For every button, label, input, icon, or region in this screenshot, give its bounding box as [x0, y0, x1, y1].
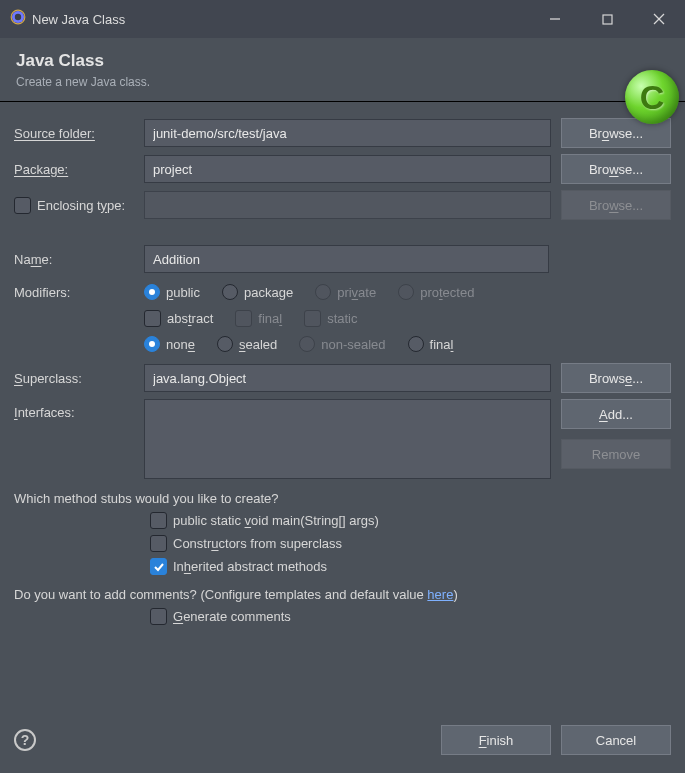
enclosing-type-input [144, 191, 551, 219]
svg-point-1 [15, 14, 21, 20]
help-button[interactable]: ? [14, 729, 36, 751]
checkbox-inherited-abstract[interactable]: Inherited abstract methods [150, 558, 671, 575]
window-title: New Java Class [26, 12, 529, 27]
radio-sealed-final[interactable]: final [408, 336, 454, 352]
maximize-button[interactable] [581, 0, 633, 38]
svg-rect-4 [603, 15, 612, 24]
modifiers-label: Modifiers: [14, 279, 134, 300]
checkbox-generate-comments[interactable]: Generate comments [150, 608, 671, 625]
package-input[interactable] [144, 155, 551, 183]
checkbox-main-method[interactable]: public static void main(String[] args) [150, 512, 671, 529]
radio-sealed[interactable]: sealed [217, 336, 277, 352]
sealed-radio-group: none sealed non-sealed final [144, 331, 671, 357]
checkbox-static: static [304, 310, 357, 327]
stubs-question: Which method stubs would you like to cre… [14, 491, 671, 506]
minimize-button[interactable] [529, 0, 581, 38]
interfaces-remove-button: Remove [561, 439, 671, 469]
interfaces-add-button[interactable]: Add... [561, 399, 671, 429]
dialog-body: Source folder: Browse... Package: Browse… [0, 102, 685, 625]
radio-non-sealed: non-sealed [299, 336, 385, 352]
package-browse-button[interactable]: Browse... [561, 154, 671, 184]
titlebar: New Java Class [0, 0, 685, 38]
enclosing-type-label: Enclosing type: [14, 197, 134, 214]
source-folder-input[interactable] [144, 119, 551, 147]
superclass-browse-button[interactable]: Browse... [561, 363, 671, 393]
configure-templates-link[interactable]: here [427, 587, 453, 602]
app-icon [10, 9, 26, 29]
finish-button[interactable]: Finish [441, 725, 551, 755]
radio-none[interactable]: none [144, 336, 195, 352]
banner-subtitle: Create a new Java class. [16, 75, 150, 89]
radio-package[interactable]: package [222, 284, 293, 300]
name-label: Name: [14, 252, 134, 267]
comments-question: Do you want to add comments? (Configure … [14, 587, 671, 602]
radio-private: private [315, 284, 376, 300]
dialog-footer: ? Finish Cancel [0, 715, 685, 773]
enclosing-type-browse-button: Browse... [561, 190, 671, 220]
class-icon: C [625, 70, 679, 124]
superclass-input[interactable] [144, 364, 551, 392]
superclass-label: Superclass: [14, 371, 134, 386]
banner: Java Class Create a new Java class. C [0, 38, 685, 102]
checkbox-constructors[interactable]: Constructors from superclass [150, 535, 671, 552]
radio-protected: protected [398, 284, 474, 300]
flags-group: abstract final static [144, 305, 671, 331]
name-input[interactable] [144, 245, 549, 273]
interfaces-label: Interfaces: [14, 399, 134, 420]
interfaces-list[interactable] [144, 399, 551, 479]
close-button[interactable] [633, 0, 685, 38]
enclosing-type-checkbox[interactable]: Enclosing type: [14, 197, 134, 214]
radio-public[interactable]: public [144, 284, 200, 300]
banner-title: Java Class [16, 51, 150, 71]
visibility-radio-group: public package private protected [144, 279, 671, 305]
cancel-button[interactable]: Cancel [561, 725, 671, 755]
checkbox-abstract[interactable]: abstract [144, 310, 213, 327]
checkbox-final: final [235, 310, 282, 327]
package-label: Package: [14, 162, 134, 177]
source-folder-label: Source folder: [14, 126, 134, 141]
